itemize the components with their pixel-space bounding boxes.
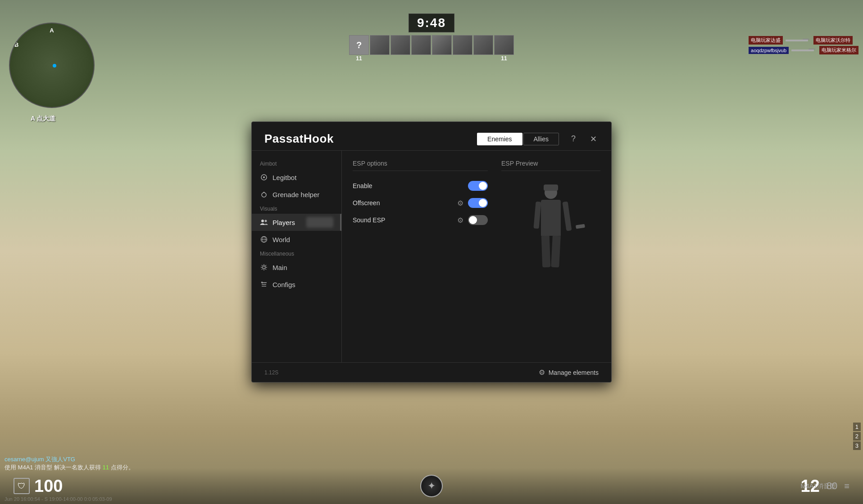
- toggle-offscreen-knob: [479, 199, 487, 207]
- svg-point-6: [262, 193, 266, 197]
- svg-point-9: [265, 220, 267, 222]
- char-head: [545, 186, 557, 199]
- option-offscreen-controls: ⚙: [457, 198, 488, 208]
- manage-elements-button[interactable]: ⚙ Manage elements: [539, 368, 599, 377]
- toggle-offscreen[interactable]: [468, 198, 488, 208]
- main-icon: [260, 263, 268, 271]
- toggle-enable-knob: [479, 182, 487, 190]
- modal-body: Aimbot Legitbot Grenade helper Visuals: [252, 151, 611, 362]
- char-leg-right: [551, 236, 561, 268]
- world-icon: [260, 235, 268, 243]
- close-icon[interactable]: ✕: [588, 134, 599, 144]
- version-label: 1.12S: [264, 369, 278, 376]
- help-icon[interactable]: ?: [568, 134, 579, 144]
- modal-header: PassatHook Enemies Allies ? ✕: [252, 122, 611, 151]
- grenade-icon: [260, 190, 268, 198]
- option-sound-esp-controls: ⚙: [457, 215, 488, 225]
- char-hand-right: [576, 224, 585, 229]
- sidebar-section-aimbot: Aimbot: [252, 158, 341, 169]
- esp-preview-panel: ESP Preview: [501, 160, 600, 353]
- esp-options-title: ESP options: [353, 160, 488, 171]
- legitbot-icon: [260, 173, 268, 181]
- svg-line-20: [265, 265, 266, 266]
- char-legs: [528, 236, 573, 267]
- svg-point-13: [263, 266, 265, 269]
- sound-esp-gear-icon[interactable]: ⚙: [457, 216, 463, 225]
- char-body: [541, 200, 561, 236]
- passathook-modal: PassatHook Enemies Allies ? ✕ Aimbot: [251, 122, 612, 382]
- offscreen-gear-icon[interactable]: ⚙: [457, 199, 463, 207]
- option-sound-esp-label: Sound ESP: [353, 216, 385, 224]
- sidebar-section-visuals: Visuals: [252, 203, 341, 214]
- char-leg-left: [541, 236, 550, 268]
- manage-gear-icon: ⚙: [539, 368, 545, 377]
- toggle-enable[interactable]: [468, 181, 488, 191]
- main-content-area: ESP options Enable Offscreen: [342, 151, 611, 362]
- sidebar-item-legitbot-label: Legitbot: [273, 174, 296, 181]
- modal-footer: 1.12S ⚙ Manage elements: [252, 362, 611, 382]
- toggle-sound-esp-knob: [469, 216, 477, 224]
- char-arm-left: [533, 202, 541, 229]
- option-offscreen-label: Offscreen: [353, 199, 380, 207]
- active-indicator: [306, 217, 333, 228]
- esp-options-panel: ESP options Enable Offscreen: [353, 160, 488, 353]
- sidebar-item-configs[interactable]: Configs: [252, 276, 341, 293]
- sidebar-item-configs-label: Configs: [273, 281, 295, 288]
- modal-title: PassatHook: [264, 132, 334, 146]
- sidebar-item-world[interactable]: World: [252, 231, 341, 248]
- sidebar: Aimbot Legitbot Grenade helper Visuals: [252, 151, 342, 362]
- option-row-enable: Enable: [353, 177, 488, 194]
- tab-buttons: Enemies Allies: [477, 133, 559, 145]
- players-icon: [260, 218, 268, 226]
- sidebar-item-players-label: Players: [273, 219, 295, 226]
- sidebar-item-main-label: Main: [273, 264, 287, 271]
- option-row-sound-esp: Sound ESP ⚙: [353, 212, 488, 229]
- sidebar-item-world-label: World: [273, 236, 290, 243]
- svg-line-21: [262, 269, 263, 270]
- svg-point-8: [261, 220, 264, 222]
- svg-line-19: [265, 269, 266, 270]
- svg-line-18: [262, 265, 263, 266]
- esp-preview-title: ESP Preview: [501, 160, 600, 171]
- sidebar-item-grenade-helper[interactable]: Grenade helper: [252, 186, 341, 203]
- sidebar-item-legitbot[interactable]: Legitbot: [252, 169, 341, 186]
- tab-allies[interactable]: Allies: [523, 133, 559, 145]
- modal-overlay: PassatHook Enemies Allies ? ✕ Aimbot: [0, 0, 863, 504]
- option-enable-controls: [468, 181, 488, 191]
- sidebar-section-misc: Miscellaneous: [252, 248, 341, 259]
- character-figure: [528, 186, 573, 294]
- manage-elements-label: Manage elements: [549, 369, 599, 376]
- sidebar-item-grenade-label: Grenade helper: [273, 191, 319, 198]
- toggle-sound-esp[interactable]: [468, 215, 488, 225]
- tab-enemies[interactable]: Enemies: [477, 133, 522, 145]
- sidebar-item-main[interactable]: Main: [252, 259, 341, 276]
- char-arm-right: [563, 201, 572, 231]
- sidebar-item-players[interactable]: Players: [252, 214, 341, 231]
- svg-point-5: [263, 176, 265, 178]
- svg-rect-7: [263, 192, 264, 193]
- option-row-offscreen: Offscreen ⚙: [353, 194, 488, 212]
- modal-header-right: Enemies Allies ? ✕: [477, 133, 599, 145]
- configs-icon: [260, 280, 268, 288]
- option-enable-label: Enable: [353, 182, 372, 189]
- preview-area: [501, 177, 600, 303]
